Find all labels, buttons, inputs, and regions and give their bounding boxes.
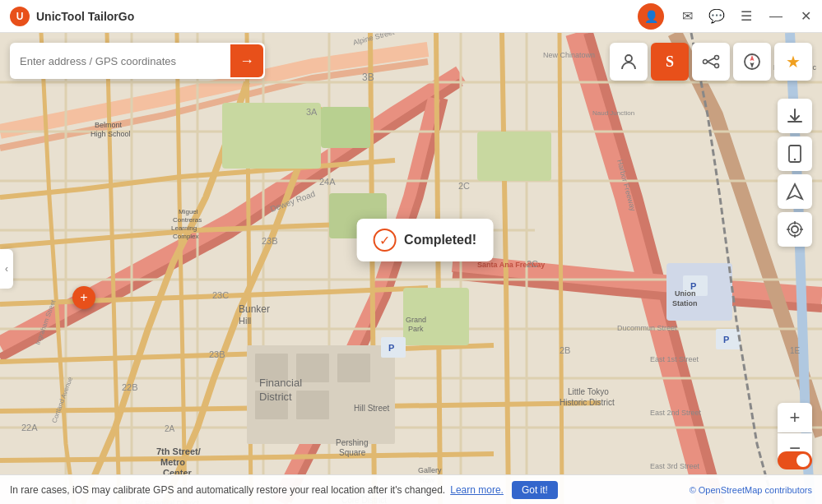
toggle-knob (796, 454, 810, 467)
osm-credit[interactable]: © OpenStreetMap contributors (690, 485, 812, 495)
svg-rect-19 (321, 107, 370, 148)
svg-text:2B: 2B (560, 345, 570, 355)
svg-marker-94 (750, 62, 755, 68)
svg-text:Ducommun Street: Ducommun Street (617, 324, 677, 332)
chat-button[interactable]: 💬 (704, 3, 730, 30)
svg-text:East 3rd Street: East 3rd Street (650, 462, 700, 470)
zoom-in-button[interactable]: + (778, 403, 812, 432)
map-svg: P P P Alpine Street New Chinatown Naud J… (0, 33, 822, 504)
svg-point-96 (794, 159, 796, 160)
svg-text:P: P (723, 335, 729, 344)
svg-text:3B: 3B (362, 72, 374, 83)
titlebar: U UnicTool TailorGo 👤 ✉ 💬 ☰ — ✕ (0, 0, 822, 33)
svg-point-97 (792, 226, 798, 233)
notification-message: In rare cases, iOS may calibrate GPS and… (10, 484, 445, 496)
svg-text:Historic District: Historic District (560, 398, 615, 407)
svg-text:Financial: Financial (259, 377, 302, 389)
svg-text:Little Tokyo: Little Tokyo (568, 387, 609, 396)
svg-text:Station: Station (672, 299, 698, 307)
svg-text:Learning: Learning (171, 224, 197, 232)
search-input[interactable] (10, 55, 230, 67)
svg-point-89 (704, 60, 708, 64)
close-button[interactable]: ✕ (792, 3, 819, 30)
svg-text:23B: 23B (209, 349, 225, 359)
svg-point-88 (625, 55, 632, 62)
svg-point-91 (715, 64, 719, 68)
completed-popup: ✓ Completed! (356, 219, 493, 261)
download-map-button[interactable] (778, 99, 812, 133)
svg-point-98 (788, 223, 801, 236)
multi-route-button[interactable] (692, 43, 730, 81)
svg-rect-26 (337, 354, 370, 382)
compass-tool-button[interactable] (733, 43, 771, 81)
mail-button[interactable]: ✉ (674, 3, 700, 30)
profile-button[interactable]: 👤 (638, 3, 664, 30)
minimize-button[interactable]: — (763, 3, 789, 30)
svg-text:East 1st Street: East 1st Street (650, 355, 699, 363)
bottom-notification-bar: In rare cases, iOS may calibrate GPS and… (0, 474, 822, 504)
mobile-view-button[interactable] (778, 136, 812, 171)
svg-text:Hill: Hill (239, 316, 251, 326)
svg-text:1E: 1E (790, 346, 801, 355)
logo-area: U UnicTool TailorGo (0, 7, 144, 26)
svg-text:Naud Junction: Naud Junction (592, 109, 634, 117)
gps-toggle[interactable] (778, 451, 812, 469)
svg-text:Bunker: Bunker (239, 303, 270, 315)
svg-text:23B: 23B (262, 236, 278, 246)
svg-marker-93 (750, 55, 755, 61)
svg-text:Belmont: Belmont (95, 121, 123, 129)
svg-text:Park: Park (408, 325, 424, 333)
completed-text: Completed! (404, 233, 476, 247)
svg-text:Union: Union (675, 289, 696, 298)
navigate-button[interactable] (778, 174, 812, 209)
left-panel-toggle[interactable]: ‹ (0, 249, 13, 289)
search-bar: → (10, 43, 265, 79)
svg-text:New Chinatown: New Chinatown (543, 51, 595, 59)
right-controls (778, 99, 812, 247)
svg-text:22B: 22B (122, 382, 138, 392)
svg-text:High School: High School (91, 130, 131, 138)
svg-text:Square: Square (339, 448, 366, 457)
svg-text:2A: 2A (165, 424, 175, 433)
svg-text:Pershing: Pershing (336, 438, 368, 447)
svg-text:District: District (259, 391, 292, 403)
svg-text:East 2nd Street: East 2nd Street (650, 409, 702, 417)
svg-text:Hill Street: Hill Street (354, 404, 390, 413)
svg-text:Contreras: Contreras (173, 216, 202, 224)
add-pin-button[interactable]: + (72, 286, 95, 309)
svg-text:2C: 2C (527, 259, 538, 269)
svg-text:P: P (388, 343, 394, 353)
svg-text:2C: 2C (458, 181, 470, 191)
svg-rect-28 (296, 391, 329, 419)
route-tool-button[interactable]: S (651, 43, 689, 81)
locate-button[interactable] (778, 212, 812, 247)
svg-text:Gallery: Gallery (418, 466, 442, 474)
svg-text:Metro: Metro (160, 457, 185, 467)
check-icon: ✓ (373, 229, 396, 252)
svg-text:Miguel: Miguel (179, 208, 198, 215)
svg-rect-20 (477, 132, 551, 181)
menu-button[interactable]: ☰ (733, 3, 759, 30)
app-logo-icon: U (10, 7, 30, 26)
svg-point-90 (715, 56, 719, 60)
title-actions: 👤 ✉ 💬 ☰ — ✕ (638, 3, 822, 30)
learn-more-link[interactable]: Learn more. (450, 484, 504, 496)
svg-text:3A: 3A (306, 107, 318, 117)
svg-text:Complex: Complex (173, 233, 199, 240)
svg-text:24A: 24A (319, 177, 336, 187)
search-go-button[interactable]: → (230, 44, 263, 77)
map-container: P P P Alpine Street New Chinatown Naud J… (0, 33, 822, 504)
favorites-button[interactable]: ★ (774, 43, 812, 81)
svg-text:23C: 23C (212, 290, 229, 300)
svg-text:Grand: Grand (406, 316, 426, 324)
svg-text:7th Street/: 7th Street/ (156, 446, 201, 456)
svg-text:22A: 22A (21, 423, 38, 432)
app-title: UnicTool TailorGo (36, 10, 134, 23)
person-tool-button[interactable] (610, 43, 648, 81)
toolbar-right: S ★ (610, 43, 812, 81)
got-it-button[interactable]: Got it! (512, 481, 558, 499)
